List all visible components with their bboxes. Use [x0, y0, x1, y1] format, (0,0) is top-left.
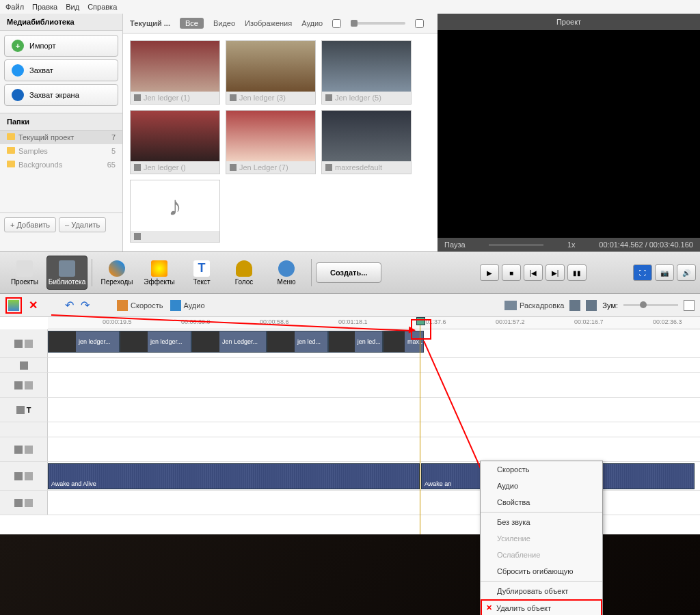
timeline-clip[interactable]: Jen Ledger...: [191, 331, 267, 353]
menu-edit[interactable]: Правка: [32, 3, 57, 11]
fit-icon[interactable]: [684, 300, 695, 311]
fullscreen-button[interactable]: ⛶: [633, 264, 652, 281]
eye-icon: [14, 446, 23, 454]
video-track-head[interactable]: [0, 329, 48, 357]
import-button[interactable]: + Импорт: [4, 35, 118, 57]
cm-duplicate[interactable]: Дублировать объект: [481, 583, 602, 599]
clip-item[interactable]: Jen ledger (1): [130, 40, 220, 105]
media-library-panel: Медиабиблиотека + Импорт Захват Захват э…: [0, 14, 123, 251]
tab-current[interactable]: Текущий ...: [130, 19, 170, 27]
track-content[interactable]: [48, 422, 700, 437]
eye-icon: [14, 381, 23, 390]
undo-button[interactable]: ↶: [65, 299, 74, 312]
frame-button[interactable]: ▮▮: [567, 264, 587, 281]
timeline-clip[interactable]: jen led...: [267, 331, 328, 353]
cm-delete-object[interactable]: ✕Удалить объект: [481, 599, 602, 615]
cm-reset-envelope[interactable]: Сбросить огибающую: [481, 563, 602, 579]
screen-capture-button[interactable]: Захват экрана: [4, 84, 118, 106]
cm-amplify[interactable]: Усиление: [481, 530, 602, 547]
tab-video[interactable]: Видео: [213, 19, 235, 27]
thumbnail-size-slider[interactable]: [351, 22, 405, 25]
next-button[interactable]: ▶|: [546, 264, 565, 281]
undo-icon: ↶: [65, 299, 74, 312]
capture-button[interactable]: Захват: [4, 59, 118, 81]
video-track-content[interactable]: jen ledger... jen ledger... Jen Ledger..…: [48, 329, 700, 357]
tab-audio[interactable]: Аудио: [301, 19, 323, 27]
preview-status-bar: Пауза 1x 00:01:44.562 / 00:03:40.160: [438, 238, 700, 251]
track-head[interactable]: [0, 422, 48, 437]
time-display: 00:01:44.562 / 00:03:40.160: [599, 241, 693, 249]
track-content[interactable]: [48, 398, 700, 422]
create-button[interactable]: Создать...: [316, 262, 381, 283]
video-icon: [230, 164, 237, 171]
prev-button[interactable]: |◀: [524, 264, 543, 281]
speed-slider[interactable]: [489, 244, 543, 246]
track-head[interactable]: [0, 491, 48, 515]
view-icon2[interactable]: [586, 300, 597, 311]
view-icon[interactable]: [569, 300, 580, 311]
track-content[interactable]: [48, 437, 700, 461]
menu-button[interactable]: Меню: [266, 256, 307, 290]
clip-item[interactable]: maxresdefault: [321, 110, 412, 174]
clip-item[interactable]: Jen Ledger (7): [226, 110, 316, 174]
effects-button[interactable]: Эффекты: [139, 256, 180, 290]
clip-item[interactable]: Jen ledger (): [130, 110, 220, 174]
timeline-clip[interactable]: jen ledger...: [48, 331, 120, 353]
audio-clip-1[interactable]: Awake and Alive: [48, 463, 420, 489]
clip-item[interactable]: Jen ledger (3): [226, 40, 316, 105]
timeline-clip[interactable]: jen ledger...: [120, 331, 191, 353]
stop-button[interactable]: ■: [502, 264, 521, 281]
menu-view[interactable]: Вид: [66, 3, 79, 11]
folder-current-project[interactable]: Текущий проект 7: [0, 131, 122, 144]
track-content[interactable]: [48, 358, 700, 372]
cm-mute[interactable]: Без звука: [481, 514, 602, 530]
lib-checkbox2[interactable]: [415, 19, 424, 28]
clip-label: Jen ledger (3): [239, 94, 286, 102]
add-folder-button[interactable]: + Добавить: [4, 217, 56, 232]
delete-button[interactable]: ✕: [29, 299, 38, 312]
tab-images[interactable]: Изображения: [245, 19, 292, 27]
menu-help[interactable]: Справка: [88, 3, 117, 11]
text-button[interactable]: TТекст: [181, 256, 222, 290]
camera-icon: [12, 64, 24, 77]
track-head[interactable]: [0, 373, 48, 397]
track-head[interactable]: T: [0, 398, 48, 422]
voice-button[interactable]: Голос: [224, 256, 265, 290]
snapshot-button[interactable]: 📷: [655, 264, 674, 281]
delete-folder-button[interactable]: – Удалить: [59, 217, 106, 232]
cm-audio[interactable]: Аудио: [481, 478, 602, 494]
zoom-slider[interactable]: [623, 304, 678, 306]
menu-file[interactable]: Файл: [5, 3, 24, 11]
play-button[interactable]: ▶: [480, 264, 499, 281]
redo-button[interactable]: ↷: [81, 299, 90, 312]
track-head[interactable]: [0, 462, 48, 490]
library-button[interactable]: Библиотека: [46, 256, 88, 290]
projects-button[interactable]: Проекты: [4, 256, 45, 290]
cm-fade[interactable]: Ослабление: [481, 547, 602, 563]
folder-backgrounds[interactable]: Backgrounds 65: [0, 158, 122, 172]
storyboard-button[interactable]: Раскадровка: [504, 301, 564, 310]
audio-icon: [134, 233, 141, 240]
preview-screen[interactable]: [438, 30, 700, 238]
clip-item[interactable]: Jen ledger (5): [321, 40, 412, 105]
tab-all[interactable]: Все: [180, 18, 204, 29]
timeline-clip[interactable]: jen led...: [328, 331, 383, 353]
audio-button[interactable]: Аудио: [170, 300, 205, 311]
track-head[interactable]: [0, 437, 48, 461]
clip-thumbnail: [131, 41, 219, 92]
transitions-button[interactable]: Переходы: [96, 256, 137, 290]
cm-speed[interactable]: Скорость: [481, 461, 602, 478]
playhead[interactable]: [420, 317, 420, 534]
track-head[interactable]: [0, 358, 48, 372]
track-content[interactable]: [48, 373, 700, 397]
context-menu: Скорость Аудио Свойства Без звука Усилен…: [480, 461, 603, 615]
speed-button[interactable]: Скорость: [117, 300, 163, 311]
folder-samples[interactable]: Samples 5: [0, 144, 122, 158]
lib-checkbox[interactable]: [332, 19, 341, 28]
cm-delete-label: Удалить объект: [496, 604, 551, 612]
cm-properties[interactable]: Свойства: [481, 494, 602, 510]
audio-clip-item[interactable]: ♪: [130, 180, 220, 243]
ruler-tick: 00:01:18.1: [338, 318, 368, 325]
split-button[interactable]: [8, 300, 19, 311]
volume-button[interactable]: 🔊: [677, 264, 696, 281]
